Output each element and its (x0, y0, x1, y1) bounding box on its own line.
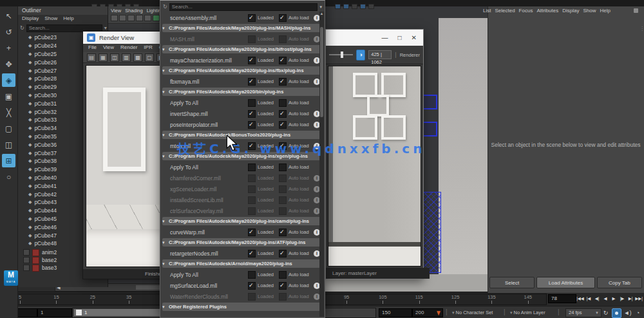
move-tool-icon[interactable]: ✥ (2, 57, 15, 71)
loaded-checkbox[interactable] (248, 35, 256, 43)
zoom-tool-icon[interactable]: ○ (2, 170, 15, 183)
loaded-checkbox[interactable] (248, 14, 256, 22)
range-handle-grip[interactable] (75, 309, 82, 316)
plugin-entry[interactable]: ▾ C:/Program Files/Autodesk/Maya2020/bin… (162, 88, 323, 96)
playback-start-field[interactable]: 1 (37, 308, 72, 317)
layer-visibility-icon[interactable] (23, 265, 30, 271)
loaded-checkbox[interactable] (248, 164, 256, 171)
mute-audio-icon[interactable]: ◄) (623, 308, 632, 317)
loaded-checkbox[interactable] (248, 282, 256, 290)
collapse-triangle-icon[interactable]: ▾ (162, 133, 169, 138)
loaded-checkbox[interactable] (248, 207, 256, 215)
collapse-triangle-icon[interactable]: ▾ (162, 154, 169, 159)
autoload-checkbox[interactable] (279, 207, 287, 215)
autoload-checkbox[interactable] (279, 164, 287, 171)
shelf-icon[interactable] (352, 4, 357, 9)
plugin-entry[interactable]: ▾ C:/Program Files/Autodesk/Maya2020/plu… (162, 45, 323, 53)
autoload-checkbox[interactable] (279, 35, 287, 43)
render-view-menu-item[interactable]: View (103, 44, 114, 52)
collapse-triangle-icon[interactable]: ▾ (162, 240, 169, 245)
snapshot-icon[interactable]: ▩ (133, 53, 142, 62)
refresh-icon[interactable]: ↻ (163, 4, 167, 10)
autoload-checkbox[interactable] (279, 229, 287, 236)
step-back-frame-icon[interactable]: |◀ (585, 294, 592, 303)
loaded-checkbox[interactable] (248, 174, 256, 182)
loaded-checkbox[interactable] (248, 121, 256, 129)
autoload-checkbox[interactable] (279, 57, 287, 64)
single-pane-layout-icon[interactable]: ▢ (2, 122, 15, 135)
range-slider-handle[interactable]: 1 (74, 309, 172, 316)
playback-end-field[interactable]: 150 (379, 308, 412, 317)
loaded-checkbox[interactable] (248, 229, 256, 236)
shelf-icon[interactable] (368, 4, 374, 9)
plugin-entry[interactable]: ▾ invertShape.mll Loaded Auto load i (164, 109, 321, 118)
shelf-icon[interactable] (335, 4, 341, 9)
select-button[interactable]: Select (489, 277, 535, 288)
autoload-checkbox[interactable] (279, 121, 287, 129)
attribute-editor-menu-item[interactable]: Display (562, 8, 579, 14)
renderer-label[interactable]: Renderer (400, 52, 420, 58)
play-forwards-icon[interactable]: ▶ (610, 294, 618, 303)
autoload-checkbox[interactable] (279, 271, 287, 279)
loaded-checkbox[interactable] (248, 196, 256, 204)
loaded-checkbox[interactable] (248, 78, 256, 86)
go-to-end-icon[interactable]: ▶▶| (635, 294, 643, 303)
zoom-slider[interactable] (329, 54, 353, 55)
outliner-menu-item[interactable]: Display (22, 15, 39, 23)
window-titlebar[interactable]: — □ ✕ (326, 30, 423, 46)
select-tool-icon[interactable]: ↖ (2, 9, 15, 23)
plugin-entry[interactable]: ▾ WaterRenderClouds.mll Loaded Auto load… (164, 292, 321, 301)
chevron-down-icon[interactable]: ▾ (104, 25, 107, 31)
paint-select-tool-icon[interactable]: + (2, 41, 15, 55)
plugin-entry[interactable]: ▾ mgSurfaceLoad.mll Loaded Auto load i (164, 281, 321, 290)
render-view-menu-item[interactable]: Render (120, 44, 137, 52)
display-toggle-button[interactable]: ◑ (356, 50, 366, 61)
step-fwd-key-icon[interactable]: |▶ (618, 294, 626, 303)
plugin-entry[interactable]: ▾ ctrlSurfaceOverlay.mll Loaded Auto loa… (164, 206, 321, 216)
collapse-triangle-icon[interactable]: ▾ (162, 89, 169, 95)
autoload-checkbox[interactable] (279, 293, 287, 301)
plugin-entry[interactable]: ▾ C:/Program Files/Autodesk/Maya2020/plu… (162, 66, 323, 75)
collapse-triangle-icon[interactable]: ▾ (162, 26, 169, 31)
autoload-checkbox[interactable] (279, 99, 287, 107)
show-manipulator-icon[interactable]: ╳ (2, 106, 15, 119)
plugin-entry[interactable]: ▾ C:/Program Files/Autodesk/Arnold/maya2… (162, 259, 323, 268)
attribute-editor-menu-item[interactable]: Help (600, 8, 610, 14)
plugin-entry[interactable]: ▾ xgSceneLoader.mll Loaded Auto load i (164, 184, 321, 194)
loaded-checkbox[interactable] (248, 250, 256, 257)
step-fwd-frame-icon[interactable]: ▶| (627, 294, 634, 303)
plugin-scrollbar[interactable] (319, 12, 324, 317)
plugin-entry[interactable]: ▾ sceneAssembly.mll Loaded Auto load i (164, 13, 321, 23)
outliner-menu-item[interactable]: Show (44, 15, 57, 23)
panel-grip-icon[interactable]: ⋮ (639, 26, 644, 32)
collapse-triangle-icon[interactable]: ▾ (162, 219, 169, 224)
animation-preferences-icon[interactable]: ◔ (634, 308, 642, 317)
loaded-checkbox[interactable] (248, 185, 256, 193)
collapse-triangle-icon[interactable]: ▾ (162, 304, 169, 310)
plugin-entry[interactable]: ▾ Apply To All Loaded Auto load i (164, 98, 321, 108)
scale-tool-icon[interactable]: ◈ (2, 73, 15, 87)
plugin-entry[interactable]: ▾ MASH.mll Loaded Auto load i (164, 34, 321, 44)
autoload-checkbox[interactable] (279, 185, 287, 193)
viewport-display-icon[interactable] (111, 15, 118, 21)
plugin-entry[interactable]: ▾ Apply To All Loaded Auto load i (164, 270, 321, 279)
rotate-tool-icon[interactable]: ▣ (2, 89, 15, 103)
four-pane-layout-icon[interactable]: ⊞ (2, 154, 15, 167)
layer-visibility-icon[interactable] (23, 257, 30, 263)
close-icon[interactable]: ✕ (412, 34, 417, 41)
plugin-entry[interactable]: ▾ chamferedCorner.mll Loaded Auto load i (164, 173, 321, 183)
plugin-search-input[interactable] (169, 3, 318, 11)
autoload-checkbox[interactable] (279, 14, 287, 22)
loaded-checkbox[interactable] (248, 110, 256, 118)
plugin-entry[interactable]: ▾ C:/Program Files/Autodesk/Maya2020/plu… (162, 238, 323, 247)
outliner-menu-item[interactable]: Help (63, 15, 73, 23)
two-pane-layout-icon[interactable]: ◫ (2, 138, 15, 151)
plugin-entry[interactable]: ▾ Apply To All Loaded Auto load i (164, 162, 321, 172)
play-backwards-icon[interactable]: ◀ (601, 294, 609, 303)
step-back-key-icon[interactable]: ◀| (593, 294, 601, 303)
zoom-slider-handle[interactable] (341, 51, 343, 58)
autoload-checkbox[interactable] (279, 282, 287, 290)
plugin-scrollbar-thumb[interactable] (320, 27, 323, 117)
viewport-display-icon[interactable] (119, 15, 126, 21)
filter-icon[interactable]: ↻ (20, 25, 24, 31)
